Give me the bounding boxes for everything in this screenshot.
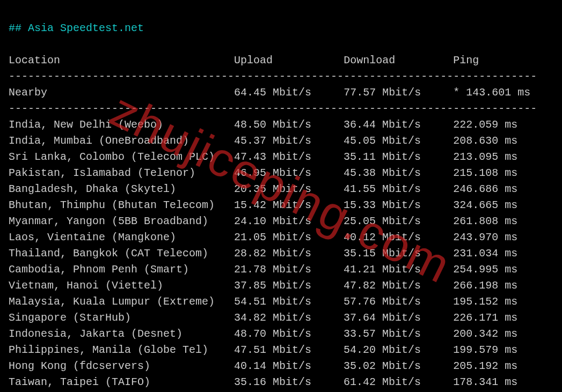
divider-line: ----------------------------------------… [9,102,537,115]
col-upload: Upload [234,54,344,66]
col-ping: Ping [453,54,479,66]
section-title: ## Asia Speedtest.net [9,22,144,34]
table-body: India, New Delhi (Weebo) 48.50 Mbit/s 36… [9,119,517,392]
cell-location: Nearby [9,86,234,99]
col-location: Location [9,54,234,66]
header-row: Location Upload Download Ping [9,54,479,66]
divider-line: ----------------------------------------… [9,70,537,83]
cell-download: 77.57 Mbit/s [344,86,453,99]
col-download: Download [344,54,453,66]
cell-upload: 64.45 Mbit/s [234,86,344,99]
nearby-row: Nearby 64.45 Mbit/s 77.57 Mbit/s * 143.6… [9,86,530,99]
cell-ping: * 143.601 ms [453,86,530,99]
terminal-output: ## Asia Speedtest.net Location Upload Do… [0,0,562,392]
